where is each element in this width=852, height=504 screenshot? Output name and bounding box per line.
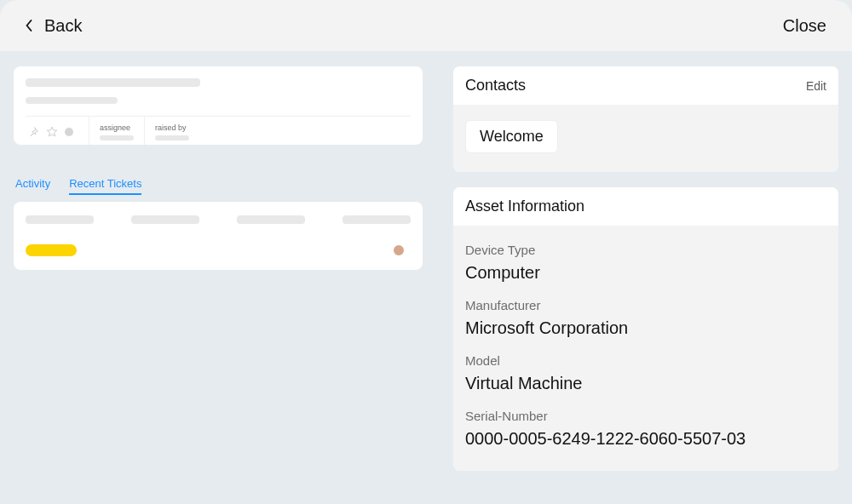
tab-activity[interactable]: Activity (15, 177, 50, 195)
asset-info-body: Device Type Computer Manufacturer Micros… (453, 226, 838, 471)
recent-tickets-card (14, 202, 423, 270)
skeleton-subtitle (26, 97, 118, 104)
assignee-cell[interactable]: assignee (89, 117, 145, 145)
ticket-footer-icons (26, 117, 89, 145)
edit-contacts-button[interactable]: Edit (806, 79, 826, 93)
page: Back Close (0, 0, 852, 504)
ticket-footer: assignee raised by (26, 116, 411, 145)
col-skeleton (131, 215, 199, 224)
info-label: Device Type (465, 243, 826, 257)
close-button[interactable]: Close (783, 16, 826, 36)
info-value: 0000-0005-6249-1222-6060-5507-03 (465, 428, 826, 449)
raised-by-label: raised by (155, 123, 189, 132)
contacts-title: Contacts (465, 77, 526, 94)
info-item-model: Model Virtual Machine (465, 343, 826, 398)
status-badge (26, 244, 77, 256)
assignee-label: assignee (100, 123, 134, 132)
col-skeleton (237, 215, 305, 224)
contacts-header: Contacts Edit (453, 66, 838, 105)
raised-by-cell[interactable]: raised by (145, 117, 199, 145)
tabs: Activity Recent Tickets (14, 177, 423, 195)
info-label: Serial-Number (465, 409, 826, 423)
info-item-device-type: Device Type Computer (465, 232, 826, 288)
info-item-manufacturer: Manufacturer Microsoft Corporation (465, 288, 826, 343)
contact-chip[interactable]: Welcome (465, 120, 558, 153)
right-column: Contacts Edit Welcome Asset Information … (453, 66, 838, 504)
topbar: Back Close (0, 0, 852, 51)
table-header-row (26, 215, 411, 224)
asset-info-header: Asset Information (453, 187, 838, 226)
contacts-body: Welcome (453, 105, 838, 172)
info-value: Computer (465, 262, 826, 283)
col-skeleton (343, 215, 411, 224)
info-item-serial: Serial-Number 0000-0005-6249-1222-6060-5… (465, 398, 826, 454)
close-label: Close (783, 16, 826, 35)
asset-info-title: Asset Information (465, 198, 584, 215)
col-skeleton (26, 215, 94, 224)
tab-recent-tickets[interactable]: Recent Tickets (69, 177, 141, 195)
info-value: Microsoft Corporation (465, 318, 826, 338)
pin-icon[interactable] (27, 126, 39, 138)
chevron-left-icon (26, 20, 32, 32)
skeleton-title (26, 78, 200, 87)
info-value: Virtual Machine (465, 373, 826, 393)
table-row[interactable] (26, 244, 411, 256)
contacts-section: Contacts Edit Welcome (453, 66, 838, 172)
ticket-card: assignee raised by (14, 66, 423, 145)
info-label: Model (465, 353, 826, 368)
star-icon[interactable] (46, 126, 58, 138)
raised-by-skeleton (155, 135, 189, 140)
status-dot-icon (65, 128, 73, 136)
left-column: assignee raised by Activity Recent Ticke… (14, 66, 423, 504)
back-label: Back (44, 16, 82, 36)
info-label: Manufacturer (465, 298, 826, 312)
asset-info-section: Asset Information Device Type Computer M… (453, 187, 838, 471)
assignee-skeleton (100, 135, 134, 140)
avatar (394, 245, 404, 255)
back-button[interactable]: Back (26, 16, 82, 36)
content: assignee raised by Activity Recent Ticke… (0, 51, 852, 504)
